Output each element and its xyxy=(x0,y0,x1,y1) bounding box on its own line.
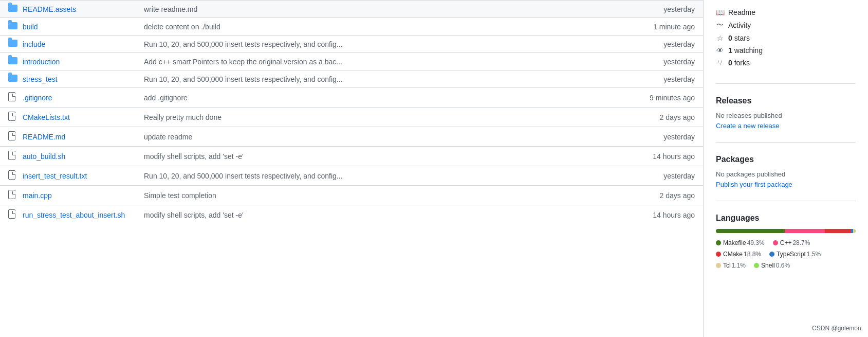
file-time: 1 minute ago xyxy=(628,23,695,31)
create-release-link[interactable]: Create a new release xyxy=(716,122,780,130)
table-row: auto_build.shmodify shell scripts, add '… xyxy=(0,146,703,166)
file-name[interactable]: README.md xyxy=(23,133,136,141)
watching-item[interactable]: 👁 1 watching xyxy=(716,46,856,55)
file-name[interactable]: CMakeLists.txt xyxy=(23,113,136,121)
packages-section: Packages No packages published Publish y… xyxy=(716,155,856,201)
forks-item[interactable]: ⑂ 0 forks xyxy=(716,59,856,67)
folder-icon xyxy=(8,57,19,66)
folder-icon xyxy=(8,40,19,48)
file-name[interactable]: .gitignore xyxy=(23,94,136,102)
lang-bar-segment xyxy=(716,229,785,233)
file-commit: Add c++ smart Pointers to keep the origi… xyxy=(136,58,628,66)
star-icon: ☆ xyxy=(716,34,724,42)
file-time: yesterday xyxy=(628,40,695,48)
file-name[interactable]: auto_build.sh xyxy=(23,152,136,161)
languages-bar xyxy=(716,229,856,233)
activity-item[interactable]: 〜 Activity xyxy=(716,21,856,30)
file-commit: delete content on ./build xyxy=(136,23,628,31)
file-name[interactable]: stress_test xyxy=(23,75,136,83)
table-row: run_stress_test_about_insert.shmodify sh… xyxy=(0,205,703,224)
lang-name: Makefile xyxy=(723,239,746,246)
packages-title: Packages xyxy=(716,155,856,164)
file-time: yesterday xyxy=(628,58,695,66)
file-name[interactable]: main.cpp xyxy=(23,191,136,200)
publish-package-link[interactable]: Publish your first package xyxy=(716,181,792,188)
table-row: .gitignoreadd .gitignore9 minutes ago xyxy=(0,87,703,107)
file-time: yesterday xyxy=(628,133,695,141)
no-packages-text: No packages published xyxy=(716,170,856,178)
file-name[interactable]: insert_test_result.txt xyxy=(23,172,136,180)
lang-name: CMake xyxy=(723,251,743,258)
table-row: main.cppSimple test completion2 days ago xyxy=(0,185,703,205)
languages-title: Languages xyxy=(716,214,856,223)
lang-dot xyxy=(716,263,721,268)
releases-title: Releases xyxy=(716,96,856,105)
file-commit: Simple test completion xyxy=(136,191,628,200)
lang-item: Shell 0.6% xyxy=(754,262,790,269)
lang-bar-segment xyxy=(785,229,825,233)
file-name[interactable]: build xyxy=(23,23,136,31)
sidebar: 📖 Readme 〜 Activity ☆ 0 stars 👁 1 watchi… xyxy=(704,0,868,337)
lang-name: TypeScript xyxy=(777,251,806,258)
lang-name: C++ xyxy=(780,239,792,246)
no-releases-text: No releases published xyxy=(716,112,856,119)
file-commit: update readme xyxy=(136,133,628,141)
file-name[interactable]: README.assets xyxy=(23,5,136,13)
file-icon xyxy=(8,92,19,103)
lang-item: CMake 18.8% xyxy=(716,251,761,258)
folder-icon xyxy=(8,5,19,13)
lang-pct: 1.1% xyxy=(732,262,746,269)
file-time: yesterday xyxy=(628,172,695,180)
file-commit: modify shell scripts, add 'set -e' xyxy=(136,211,628,219)
file-time: 14 hours ago xyxy=(628,152,695,161)
file-commit: write readme.md xyxy=(136,5,628,13)
table-row: introductionAdd c++ smart Pointers to ke… xyxy=(0,52,703,70)
lang-pct: 28.7% xyxy=(792,239,810,246)
repo-meta: 📖 Readme 〜 Activity ☆ 0 stars 👁 1 watchi… xyxy=(716,8,856,84)
table-row: README.assetswrite readme.mdyesterday xyxy=(0,0,703,17)
file-time: yesterday xyxy=(628,5,695,13)
file-commit: Run 10, 20, and 500,000 insert tests res… xyxy=(136,75,628,83)
lang-item: TypeScript 1.5% xyxy=(769,251,821,258)
folder-icon xyxy=(8,75,19,83)
lang-pct: 0.6% xyxy=(776,262,790,269)
file-icon xyxy=(8,170,19,181)
lang-bar-segment xyxy=(855,229,856,233)
file-commit: add .gitignore xyxy=(136,94,628,102)
lang-dot xyxy=(716,252,721,257)
file-time: 2 days ago xyxy=(628,113,695,121)
file-icon xyxy=(8,190,19,201)
lang-dot xyxy=(769,252,774,257)
file-list: README.assetswrite readme.mdyesterdaybui… xyxy=(0,0,704,337)
file-name[interactable]: include xyxy=(23,40,136,48)
lang-pct: 1.5% xyxy=(807,251,821,258)
file-commit: Really pretty much done xyxy=(136,113,628,121)
file-icon xyxy=(8,112,19,122)
file-time: 2 days ago xyxy=(628,191,695,200)
table-row: CMakeLists.txtReally pretty much done2 d… xyxy=(0,107,703,127)
eye-icon: 👁 xyxy=(716,46,724,55)
lang-dot xyxy=(716,240,721,245)
file-commit: modify shell scripts, add 'set -e' xyxy=(136,152,628,161)
table-row: stress_testRun 10, 20, and 500,000 inser… xyxy=(0,70,703,87)
file-icon xyxy=(8,151,19,162)
folder-icon xyxy=(8,22,19,31)
lang-item: C++ 28.7% xyxy=(773,239,810,246)
file-time: 9 minutes ago xyxy=(628,94,695,102)
file-name[interactable]: run_stress_test_about_insert.sh xyxy=(23,211,136,219)
lang-item: Makefile 49.3% xyxy=(716,239,765,246)
table-row: insert_test_result.txtRun 10, 20, and 50… xyxy=(0,166,703,185)
lang-pct: 18.8% xyxy=(744,251,761,258)
lang-item: Tcl 1.1% xyxy=(716,262,746,269)
stars-item[interactable]: ☆ 0 stars xyxy=(716,34,856,42)
file-time: 14 hours ago xyxy=(628,211,695,219)
file-time: yesterday xyxy=(628,75,695,83)
file-name[interactable]: introduction xyxy=(23,58,136,66)
table-row: builddelete content on ./build1 minute a… xyxy=(0,17,703,35)
lang-name: Tcl xyxy=(723,262,731,269)
readme-item[interactable]: 📖 Readme xyxy=(716,8,856,16)
watermark: CSDN @golemon. xyxy=(812,325,863,332)
lang-pct: 49.3% xyxy=(747,239,765,246)
readme-icon: 📖 xyxy=(716,8,724,16)
file-icon xyxy=(8,209,19,220)
